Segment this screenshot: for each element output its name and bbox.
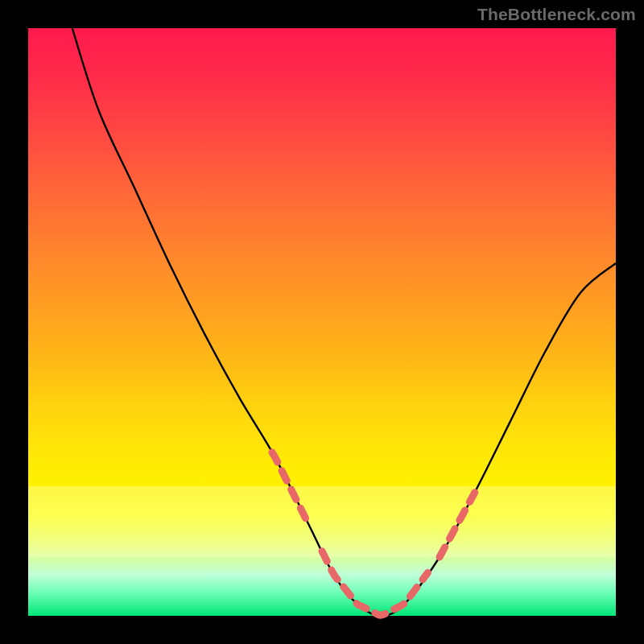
- dash-segment: [272, 452, 308, 522]
- dash-overlay: [272, 452, 475, 615]
- dash-segment: [322, 551, 427, 615]
- curve-layer: [28, 28, 616, 616]
- watermark-text: TheBottleneck.com: [477, 5, 636, 24]
- chart-frame: TheBottleneck.com: [0, 0, 644, 644]
- bottleneck-curve: [72, 28, 616, 616]
